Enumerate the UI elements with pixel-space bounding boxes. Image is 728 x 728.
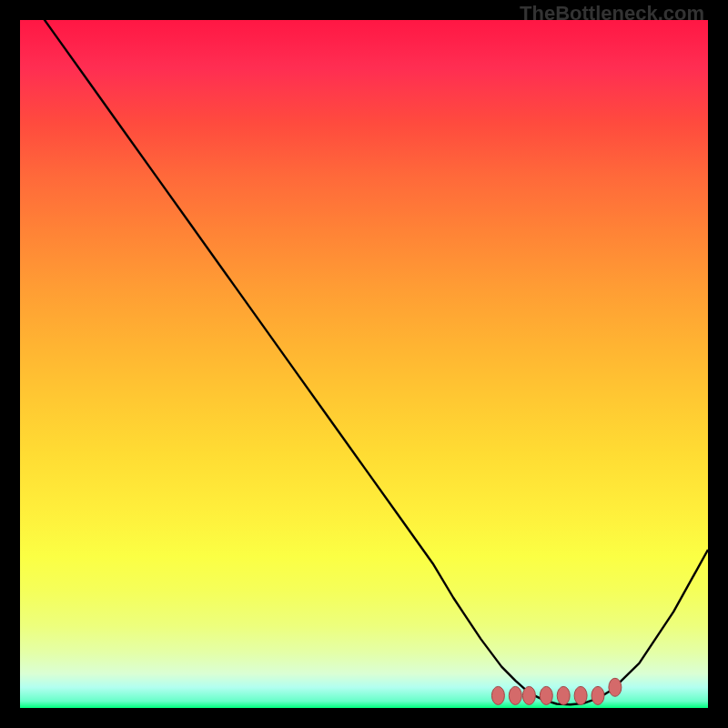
main-curve-line bbox=[20, 20, 708, 704]
svg-point-1 bbox=[509, 686, 521, 704]
svg-point-7 bbox=[609, 678, 622, 696]
plot-area bbox=[20, 20, 708, 708]
svg-point-2 bbox=[522, 686, 535, 704]
svg-point-3 bbox=[540, 686, 552, 704]
svg-point-6 bbox=[592, 686, 604, 704]
chart-svg bbox=[20, 20, 708, 708]
svg-point-0 bbox=[491, 686, 504, 704]
chart-container: TheBottleneck.com bbox=[0, 0, 728, 728]
svg-point-5 bbox=[574, 686, 587, 704]
marker-dots bbox=[491, 678, 622, 704]
svg-point-4 bbox=[557, 686, 570, 704]
